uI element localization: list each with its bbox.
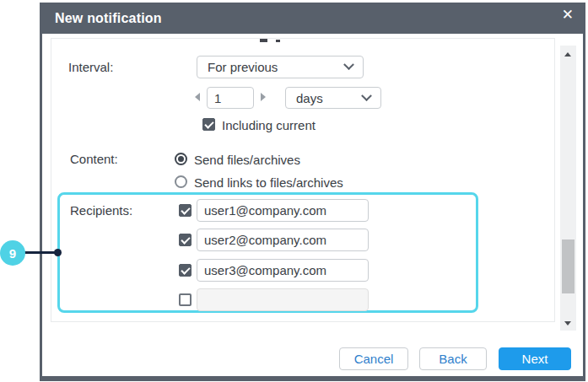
recipient-3-input[interactable] <box>197 259 369 282</box>
interval-select-value: For previous <box>208 60 278 74</box>
recipient-1-checkbox[interactable] <box>179 204 192 217</box>
unit-select-value: days <box>296 91 323 105</box>
callout-connector-line <box>24 251 57 254</box>
scrollbar-thumb[interactable] <box>562 239 575 293</box>
chevron-down-icon <box>361 90 372 101</box>
including-current-label: Including current <box>222 118 316 132</box>
next-button[interactable]: Next <box>499 347 571 370</box>
callout-number-badge: 9 <box>0 240 25 266</box>
cancel-button[interactable]: Cancel <box>339 347 408 370</box>
recipient-1-input[interactable] <box>197 199 369 222</box>
recipients-label: Recipients: <box>70 203 132 218</box>
clipped-scrolled-content <box>276 40 280 42</box>
chevron-down-icon <box>343 59 354 70</box>
page: New notification ✕ Interval: For previou… <box>0 0 588 382</box>
back-button[interactable]: Back <box>419 347 487 370</box>
clipped-scrolled-content <box>260 39 267 42</box>
recipient-3-checkbox[interactable] <box>179 264 192 277</box>
including-current-checkbox[interactable] <box>202 118 215 131</box>
scroll-up-icon[interactable] <box>564 52 571 56</box>
recipient-2-input[interactable] <box>197 229 369 251</box>
interval-select[interactable]: For previous <box>197 56 364 78</box>
stepper-increment-icon[interactable] <box>261 93 266 101</box>
interval-label: Interval: <box>68 60 113 74</box>
dialog-titlebar: New notification <box>40 3 585 34</box>
callout-anchor-dot <box>54 249 62 256</box>
stepper-decrement-icon[interactable] <box>195 93 200 101</box>
send-links-label: Send links to files/archives <box>194 175 343 190</box>
send-files-radio[interactable] <box>175 153 187 165</box>
send-links-radio[interactable] <box>175 175 187 188</box>
dialog-title: New notification <box>55 11 162 26</box>
content-label: Content: <box>70 152 118 166</box>
recipient-2-checkbox[interactable] <box>179 234 192 246</box>
recipient-4-checkbox[interactable] <box>179 293 192 306</box>
send-files-label: Send files/archives <box>194 153 300 167</box>
close-icon[interactable]: ✕ <box>562 7 574 24</box>
interval-count-input[interactable] <box>207 87 254 109</box>
scroll-down-icon[interactable] <box>564 321 571 326</box>
unit-select[interactable]: days <box>285 87 381 109</box>
recipient-4-input <box>197 288 369 311</box>
